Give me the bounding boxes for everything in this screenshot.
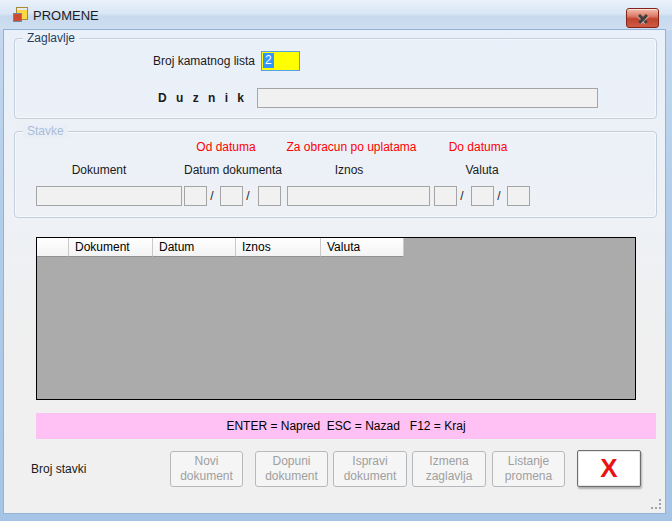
grid-body[interactable]: [37, 258, 635, 399]
broj-kamatnog-lista-input[interactable]: 2: [261, 51, 300, 71]
date-separator: /: [457, 186, 467, 206]
duznik-label: D u z n i k: [64, 91, 247, 105]
promene-window: PROMENE Zaglavlje Broj kamatnog lista 2 …: [0, 0, 672, 521]
promene-data-grid[interactable]: Dokument Datum Iznos Valuta: [36, 237, 636, 400]
broj-stavki-label: Broj stavki: [31, 462, 86, 476]
grid-header-datum[interactable]: Datum: [153, 238, 236, 257]
status-bar-text: ENTER = Napred ESC = Nazad F12 = Kraj: [226, 419, 465, 433]
iznos-label: Iznos: [299, 163, 399, 177]
dokument-input[interactable]: [36, 186, 182, 206]
ispravi-dokument-button[interactable]: Ispravi dokument: [333, 451, 407, 487]
datum-year-input[interactable]: [258, 186, 281, 206]
zaglavlje-group-label: Zaglavlje: [23, 31, 79, 45]
datum-dokumenta-label: Datum dokumenta: [183, 163, 283, 177]
duznik-input[interactable]: [257, 88, 598, 108]
datum-month-input[interactable]: [220, 186, 243, 206]
date-separator: /: [494, 186, 504, 206]
form-icon: [13, 7, 29, 23]
od-datuma-label: Od datuma: [176, 140, 276, 154]
date-separator: /: [243, 186, 253, 206]
client-area: Zaglavlje Broj kamatnog lista 2 D u z n …: [4, 30, 665, 513]
grid-header-iznos[interactable]: Iznos: [236, 238, 321, 257]
status-bar: ENTER = Napred ESC = Nazad F12 = Kraj: [36, 413, 656, 439]
exit-x-button[interactable]: X: [577, 450, 641, 487]
window-title: PROMENE: [33, 8, 99, 23]
za-obracun-po-uplatama-label: Za obracun po uplatama: [279, 140, 424, 154]
iznos-input[interactable]: [287, 186, 430, 206]
stavke-group-label: Stavke: [23, 124, 68, 138]
valuta-month-input[interactable]: [471, 186, 494, 206]
valuta-day-input[interactable]: [434, 186, 457, 206]
title-bar[interactable]: PROMENE: [0, 0, 672, 30]
listanje-promena-button[interactable]: Listanje promena: [492, 451, 565, 487]
window-close-button[interactable]: [626, 8, 659, 28]
grid-header-row: Dokument Datum Iznos Valuta: [37, 238, 635, 258]
izmena-zaglavlja-button[interactable]: Izmena zaglavlja: [412, 451, 486, 487]
datum-day-input[interactable]: [184, 186, 207, 206]
novi-dokument-button[interactable]: Novi dokument: [170, 451, 243, 487]
grid-header-dokument[interactable]: Dokument: [69, 238, 153, 257]
close-icon: [637, 13, 648, 24]
grid-header-valuta[interactable]: Valuta: [321, 238, 404, 257]
date-separator: /: [207, 186, 217, 206]
do-datuma-label: Do datuma: [428, 140, 528, 154]
broj-kamatnog-lista-selected-text: 2: [263, 53, 274, 68]
valuta-label: Valuta: [432, 163, 532, 177]
resize-grip[interactable]: [652, 500, 661, 509]
grid-corner-cell[interactable]: [37, 238, 69, 257]
form-icon-square: [13, 13, 22, 22]
dokument-label: Dokument: [49, 163, 149, 177]
valuta-year-input[interactable]: [507, 186, 530, 206]
broj-kamatnog-lista-label: Broj kamatnog lista: [64, 54, 255, 68]
dopuni-dokument-button[interactable]: Dopuni dokument: [255, 451, 328, 487]
